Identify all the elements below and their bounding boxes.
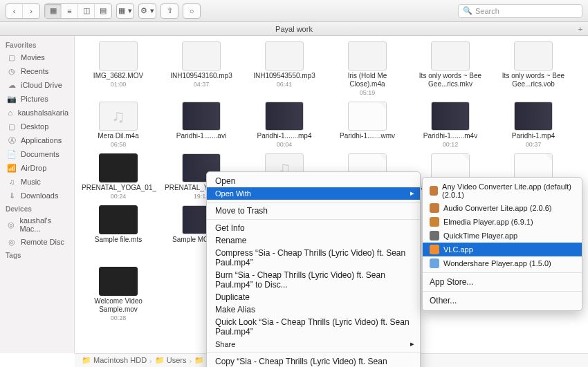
menu-get-info[interactable]: Get Info [207,222,420,234]
open-with-submenu: Any Video Converter Lite.app (default) (… [422,177,582,311]
file-item[interactable]: Its only words ~ Bee Gee...rics.mkv [412,39,488,96]
file-item[interactable]: INH109543160.mp3 04:37 [163,39,239,96]
tab-title[interactable]: Payal work [275,25,313,33]
sidebar-item[interactable]: 📄Documents [0,147,74,161]
sidebar-item[interactable]: ⌂kaushalsakaria [0,106,74,120]
sidebar-item[interactable]: ☁iCloud Drive [0,78,74,92]
sidebar-item-label: kaushal's Mac... [20,216,68,233]
app-icon [430,258,439,268]
sidebar-item[interactable]: ⒶApplications [0,133,74,147]
app-label: VLC.app [443,245,473,254]
file-item[interactable]: Welcome Video Sample.mov 00:28 [80,264,156,321]
menu-compress[interactable]: Compress “Sia - Cheap Thrills (Lyric Vid… [207,247,420,269]
device-icon: ◎ [7,220,16,229]
app-label: QuickTime Player.app [443,232,517,240]
tags-button[interactable]: ○ [183,4,200,18]
sidebar: Favorites ▢Movies◷Recents☁iCloud Drive📷P… [0,36,75,353]
sidebar-item[interactable]: ▢Movies [0,50,74,64]
file-item[interactable]: ♫ Mera Dil.m4a 06:58 [80,99,156,148]
menu-duplicate[interactable]: Duplicate [207,291,420,303]
file-item[interactable]: INH109543550.mp3 06:41 [246,39,322,96]
sidebar-item[interactable]: ◎kaushal's Mac... [0,214,74,235]
action-button[interactable]: ⚙ ▾ [139,4,156,18]
back-button[interactable]: ‹ [6,4,23,18]
app-label: Audio Converter Lite.app (2.0.6) [443,204,552,212]
sidebar-item[interactable]: ▢Desktop [0,120,74,133]
file-thumbnail [99,153,138,182]
sidebar-item-label: Music [21,178,41,186]
menu-trash[interactable]: Move to Trash [207,205,420,217]
icon-view-button[interactable]: ▦ [45,4,62,18]
sidebar-item-label: AirDrop [21,164,46,172]
list-view-button[interactable]: ≡ [62,4,78,18]
file-name: Paridhi-1.......mp4 [246,132,322,140]
file-item[interactable]: Sample file.mts [80,203,156,261]
sidebar-item[interactable]: ◎Remote Disc [0,235,74,249]
folder-icon: 📄 [7,149,17,159]
open-with-app[interactable]: VLC.app [423,243,582,256]
folder-icon: ☁ [7,80,17,90]
gallery-view-button[interactable]: ▤ [95,4,111,18]
column-view-button[interactable]: ◫ [78,4,95,18]
search-input[interactable]: 🔍 Search [458,4,582,18]
toolbar: ‹ › ▦ ≡ ◫ ▤ ▦ ▾ ⚙ ▾ ⇧ ○ 🔍 Search [0,0,588,22]
file-name: Paridhi-1.......avi [163,132,239,140]
menu-quicklook[interactable]: Quick Look “Sia - Cheap Thrills (Lyric V… [207,316,420,338]
menu-burn[interactable]: Burn “Sia - Cheap Thrills (Lyric Video) … [207,269,420,291]
share-button[interactable]: ⇧ [161,4,178,18]
open-with-appstore[interactable]: App Store... [423,275,582,289]
sidebar-heading-tags: Tags [0,249,74,261]
file-name: IMG_3682.MOV [80,72,156,80]
sidebar-item[interactable]: 📶AirDrop [0,161,74,175]
file-duration: 06:58 [80,141,156,148]
file-item[interactable]: Iris (Hold Me Close).m4a 05:19 [329,39,405,96]
file-item[interactable]: PRENATAL_YOGA_01_Title_01.mp4 00:24 [80,151,156,200]
file-item[interactable]: Paridhi-1.mp4 00:37 [495,99,571,148]
app-label: Elmedia Player.app (6.9.1) [443,218,533,226]
app-icon [430,186,438,196]
open-with-other[interactable]: Other... [423,294,582,308]
open-with-app[interactable]: Audio Converter Lite.app (2.0.6) [423,201,582,215]
menu-rename[interactable]: Rename [207,234,420,247]
sidebar-item[interactable]: ⇓Downloads [0,189,74,203]
file-item[interactable]: Paridhi-1.......mp4 00:04 [246,99,322,148]
path-segment[interactable]: 📁 Users [155,356,187,365]
sidebar-item[interactable]: ♫Music [0,175,74,189]
menu-open[interactable]: Open [207,175,420,187]
menu-copy[interactable]: Copy “Sia - Cheap Thrills (Lyric Video) … [207,355,420,367]
add-tab-button[interactable]: + [574,23,587,35]
menu-alias[interactable]: Make Alias [207,303,420,316]
file-name: Welcome Video Sample.mov [80,297,156,314]
open-with-app[interactable]: QuickTime Player.app [423,229,582,243]
file-name: Its only words ~ Bee Gee...rics.mkv [412,72,488,88]
file-name: Mera Dil.m4a [80,132,156,140]
file-item[interactable]: Paridhi-1.......avi [163,99,239,148]
path-segment[interactable]: 📁 Macintosh HDD [82,356,147,365]
open-with-app[interactable]: Elmedia Player.app (6.9.1) [423,215,582,229]
sidebar-item-label: Pictures [21,95,48,103]
open-with-app[interactable]: Wondershare Player.app (1.5.0) [423,256,582,270]
forward-button[interactable]: › [23,4,39,18]
sidebar-item-label: Downloads [21,191,58,200]
file-item[interactable]: Its only words ~ Bee Gee...rics.vob [495,39,571,96]
arrange-button[interactable]: ▦ ▾ [117,4,134,18]
file-thumbnail [182,102,221,131]
file-thumbnail [431,102,470,131]
menu-share[interactable]: Share▸ [207,338,420,350]
chevron-right-icon: ▸ [410,189,414,198]
sidebar-item-label: Applications [21,136,62,144]
file-duration: 06:41 [246,81,322,88]
sidebar-heading-favorites: Favorites [0,39,74,50]
file-duration: 00:12 [412,141,488,148]
view-buttons: ▦ ≡ ◫ ▤ [44,3,112,19]
file-item[interactable]: Paridhi-1.......wmv [329,99,405,148]
folder-icon: ▢ [7,53,17,62]
file-item[interactable]: Paridhi-1.......m4v 00:12 [412,99,488,148]
sidebar-item[interactable]: 📷Pictures [0,92,74,106]
sidebar-item[interactable]: ◷Recents [0,64,74,78]
file-name: Iris (Hold Me Close).m4a [329,72,405,88]
open-with-app[interactable]: Any Video Converter Lite.app (default) (… [423,180,582,201]
file-duration: 00:28 [80,314,156,321]
file-item[interactable]: IMG_3682.MOV 01:00 [80,39,156,96]
menu-open-with[interactable]: Open With▸ [207,187,420,200]
